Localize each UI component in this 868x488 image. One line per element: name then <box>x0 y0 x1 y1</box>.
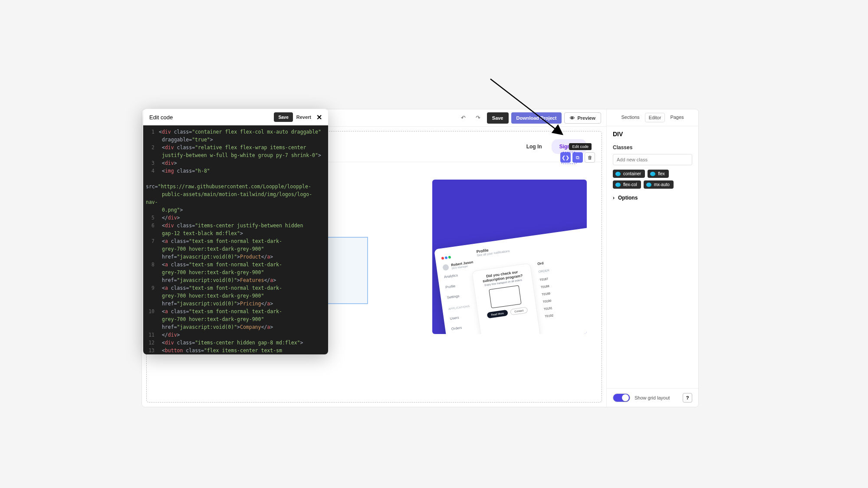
edit-code-tooltip: Edit code <box>569 143 592 150</box>
orders-subhead: ORDER <box>538 269 549 273</box>
edit-code-button[interactable]: ❮❯ <box>560 152 571 163</box>
selected-element-name: DIV <box>613 131 692 138</box>
mock-side-item: Users <box>450 314 471 321</box>
preview-label: Preview <box>577 115 595 121</box>
order-id: T0188 <box>540 284 552 288</box>
redo-icon: ↷ <box>476 115 480 121</box>
close-icon: ✕ <box>316 114 322 121</box>
class-chip[interactable]: mx-auto <box>644 180 674 189</box>
element-floating-toolbar: ❮❯ ⧉ 🗑 <box>560 152 595 163</box>
login-link[interactable]: Log In <box>526 144 542 150</box>
hero-illustration: Profile See all your notifications Rober… <box>432 180 587 334</box>
order-id: T0190 <box>542 299 554 303</box>
orders-heading: Ord <box>537 261 549 266</box>
mock-side-item: Profile <box>445 282 467 289</box>
options-label: Options <box>618 195 638 201</box>
tab-editor[interactable]: Editor <box>645 113 665 122</box>
options-toggle[interactable]: › Options <box>613 189 692 201</box>
download-project-button[interactable]: Download Project <box>511 112 562 124</box>
preview-button[interactable]: 👁 Preview <box>564 112 601 124</box>
show-grid-label: Show grid layout <box>635 395 670 400</box>
promo-illustration <box>489 285 521 308</box>
undo-icon: ↶ <box>461 115 466 121</box>
promo-card: Did you check our subscription program? … <box>472 263 541 334</box>
popup-close-button[interactable]: ✕ <box>315 113 324 121</box>
mock-side-item: Analytics <box>444 272 466 279</box>
class-chip[interactable]: container <box>613 170 645 178</box>
popup-save-button[interactable]: Save <box>274 112 293 122</box>
popup-revert-button[interactable]: Revert <box>296 115 311 120</box>
mock-side-item: Orders <box>451 324 473 331</box>
tailwind-icon <box>615 172 621 176</box>
avatar <box>442 264 449 271</box>
inspector-panel: Sections Editor Pages DIV Classes contai… <box>606 109 698 407</box>
tab-sections[interactable]: Sections <box>618 113 643 122</box>
read-more-button[interactable]: Read More <box>487 310 508 319</box>
copy-icon: ⧉ <box>576 155 579 160</box>
code-icon: ❮❯ <box>562 155 569 160</box>
class-chips: container flex flex-col mx-auto <box>613 170 692 189</box>
undo-button[interactable]: ↶ <box>457 112 470 124</box>
eye-icon: 👁 <box>570 115 575 121</box>
order-id: T0189 <box>542 291 553 296</box>
redo-button[interactable]: ↷ <box>472 112 484 124</box>
mock-side-separator: APPLICATIONS <box>448 305 470 311</box>
code-editor[interactable]: 1<div class="container flex flex-col mx-… <box>143 125 328 354</box>
classes-section-label: Classes <box>613 144 692 151</box>
tailwind-icon <box>615 183 621 187</box>
contact-button[interactable]: Contact <box>510 307 528 315</box>
tailwind-icon <box>646 183 651 187</box>
add-class-input[interactable] <box>613 154 692 165</box>
tailwind-icon <box>650 172 655 176</box>
order-id: T0191 <box>543 306 555 311</box>
order-id: T0192 <box>545 313 556 318</box>
orders-column: Ord ORDER T0187 T0188 T0189 T0190 T0191 … <box>537 261 559 334</box>
trash-icon: 🗑 <box>588 155 592 160</box>
inspector-tabs: Sections Editor Pages <box>607 109 698 126</box>
order-id: T0187 <box>539 277 551 281</box>
help-button[interactable]: ? <box>683 393 692 403</box>
edit-code-popup: Edit code Save Revert ✕ 1<div class="con… <box>143 109 328 354</box>
tab-pages[interactable]: Pages <box>667 113 687 122</box>
dashboard-mockup: Profile See all your notifications Rober… <box>434 224 587 334</box>
save-button[interactable]: Save <box>487 112 509 124</box>
class-chip[interactable]: flex-col <box>613 180 641 189</box>
delete-button[interactable]: 🗑 <box>585 152 595 163</box>
show-grid-toggle[interactable] <box>613 393 630 402</box>
duplicate-button[interactable]: ⧉ <box>572 152 583 163</box>
class-chip[interactable]: flex <box>648 170 669 178</box>
popup-title: Edit code <box>149 114 173 121</box>
mock-logo <box>441 255 451 259</box>
mock-side-item: Settings <box>447 293 468 300</box>
chevron-right-icon: › <box>613 195 615 201</box>
